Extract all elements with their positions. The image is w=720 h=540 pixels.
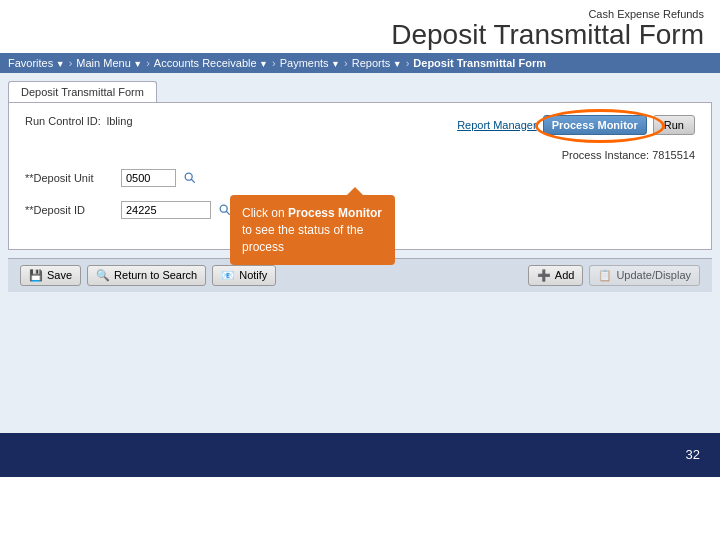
deposit-id-label: **Deposit ID [25,204,115,216]
page-number: 32 [686,447,700,462]
main-content: Deposit Transmittal Form Run Control ID:… [0,73,720,433]
run-control-label: Run Control ID: [25,115,101,127]
tooltip-text-before: Click on [242,206,288,220]
return-label: Return to Search [114,269,197,281]
run-control-value: lbling [107,115,133,127]
breadcrumb-favorites[interactable]: Favorites [8,57,65,69]
update-label: Update/Display [616,269,691,281]
breadcrumb: Favorites › Main Menu › Accounts Receiva… [0,53,720,73]
deposit-unit-input[interactable] [121,169,176,187]
breadcrumb-main-menu[interactable]: Main Menu [76,57,142,69]
update-display-button[interactable]: 📋 Update/Display [589,265,700,286]
process-monitor-button[interactable]: Process Monitor [543,115,647,135]
breadcrumb-accounts-receivable[interactable]: Accounts Receivable [154,57,268,69]
header: Cash Expense Refunds Deposit Transmittal… [0,0,720,53]
deposit-id-input[interactable] [121,201,211,219]
add-button[interactable]: ➕ Add [528,265,584,286]
breadcrumb-payments[interactable]: Payments [280,57,340,69]
process-instance-row: Process Instance: 7815514 [25,149,695,161]
add-label: Add [555,269,575,281]
run-control-section: Run Control ID: lbling [25,115,133,127]
bottom-left-buttons: 💾 Save 🔍 Return to Search 📧 Notify [20,265,276,286]
bottom-right-buttons: ➕ Add 📋 Update/Display [528,265,700,286]
return-icon: 🔍 [96,269,110,282]
report-manager-link[interactable]: Report Manager [457,119,537,131]
header-title: Deposit Transmittal Form [16,20,704,51]
process-instance-label: Process Instance: [562,149,649,161]
process-monitor-wrapper: Process Monitor [543,115,647,135]
top-right-buttons: Report Manager Process Monitor Run [457,115,695,135]
form-tab[interactable]: Deposit Transmittal Form [8,81,157,102]
save-label: Save [47,269,72,281]
return-to-search-button[interactable]: 🔍 Return to Search [87,265,206,286]
notify-button[interactable]: 📧 Notify [212,265,276,286]
notify-label: Notify [239,269,267,281]
save-button[interactable]: 💾 Save [20,265,81,286]
tooltip-callout: Click on Process Monitor to see the stat… [230,195,395,265]
deposit-unit-lookup-icon[interactable] [182,170,198,186]
save-icon: 💾 [29,269,43,282]
notify-icon: 📧 [221,269,235,282]
deposit-unit-label: **Deposit Unit [25,172,115,184]
tooltip-bold-text: Process Monitor [288,206,382,220]
update-icon: 📋 [598,269,612,282]
svg-line-3 [226,211,229,214]
breadcrumb-deposit-transmittal: Deposit Transmittal Form [413,57,546,69]
form-top-row: Run Control ID: lbling Report Manager Pr… [25,115,695,135]
process-instance-value: 7815514 [652,149,695,161]
add-icon: ➕ [537,269,551,282]
run-button[interactable]: Run [653,115,695,135]
svg-line-1 [191,179,194,182]
breadcrumb-reports[interactable]: Reports [352,57,402,69]
footer: 32 [0,433,720,477]
tooltip-text-after: to see the status of the process [242,223,363,254]
